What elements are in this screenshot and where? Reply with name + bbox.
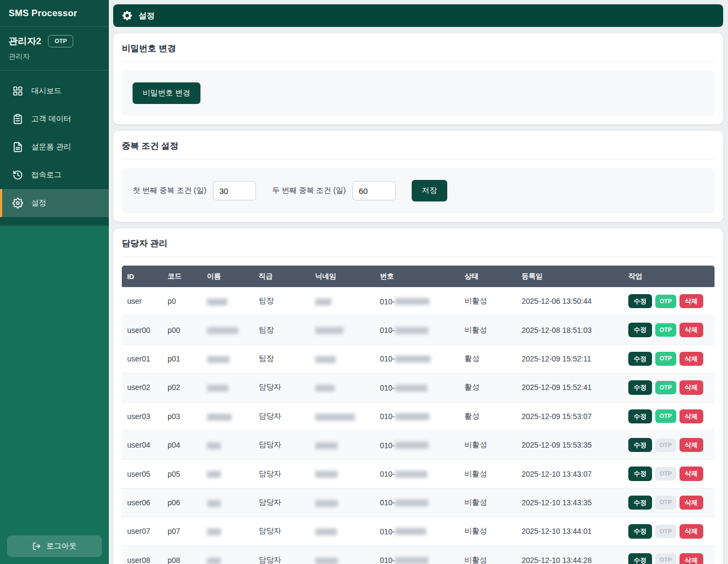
otp-button[interactable]: OTP (655, 438, 676, 452)
delete-button[interactable]: 삭제 (680, 438, 703, 452)
col-nickname: 닉네임 (310, 266, 375, 287)
second-condition-label: 두 번째 중복 조건 (일) (272, 186, 346, 196)
cell-registered: 2025-12-09 15:52:41 (516, 373, 623, 402)
table-row: user07 p07 담당자 010- 비활성 2025-12-10 13:44… (122, 517, 715, 546)
otp-button[interactable]: OTP (655, 409, 676, 423)
edit-button[interactable]: 수정 (628, 352, 652, 366)
otp-button[interactable]: OTP (655, 525, 676, 538)
edit-button[interactable]: 수정 (628, 409, 652, 423)
edit-button[interactable]: 수정 (628, 466, 652, 481)
duplicate-panel: 첫 번째 중복 조건 (일) 두 번째 중복 조건 (일) 저장 (122, 168, 715, 213)
main-content: 설정 비밀번호 변경 비밀번호 변경 중복 조건 설정 첫 번째 중복 조건 (… (109, 0, 728, 564)
dashboard-icon (12, 86, 23, 96)
cell-name (202, 316, 253, 344)
redacted-phone (395, 356, 431, 363)
cell-nickname (310, 345, 375, 373)
redacted-name (207, 356, 230, 363)
cell-status: 활성 (459, 402, 516, 431)
cell-actions: 수정 OTP 삭제 (623, 373, 715, 402)
edit-button[interactable]: 수정 (628, 323, 652, 337)
otp-button[interactable]: OTP (655, 381, 676, 394)
otp-button[interactable]: OTP (655, 323, 676, 337)
cell-name (202, 402, 253, 431)
delete-button[interactable]: 삭제 (680, 352, 703, 366)
otp-button[interactable]: OTP (655, 496, 676, 509)
cell-phone: 010- (375, 316, 459, 344)
delete-button[interactable]: 삭제 (680, 380, 703, 394)
cell-status: 비활성 (459, 431, 516, 459)
delete-button[interactable]: 삭제 (680, 524, 703, 538)
delete-button[interactable]: 삭제 (680, 323, 703, 337)
col-actions: 작업 (623, 266, 715, 287)
sidebar-item-settings[interactable]: 설정 (0, 189, 109, 217)
cell-phone: 010- (375, 459, 459, 488)
cell-id: user07 (122, 517, 162, 546)
cell-code: p0 (162, 287, 202, 316)
sidebar-item-survey-form[interactable]: 설문폼 관리 (0, 133, 109, 161)
cell-id: user02 (122, 373, 162, 402)
logout-icon (32, 542, 41, 551)
edit-button[interactable]: 수정 (628, 524, 652, 538)
delete-button[interactable]: 삭제 (680, 409, 703, 423)
sidebar-item-label: 대시보드 (31, 86, 61, 96)
cell-nickname (310, 316, 375, 344)
sidebar-item-customer-data[interactable]: 고객 데이터 (0, 105, 109, 133)
cell-status: 비활성 (459, 287, 516, 316)
sidebar-item-access-log[interactable]: 접속로그 (0, 161, 109, 189)
cell-registered: 2025-12-10 13:43:35 (516, 489, 623, 517)
edit-button[interactable]: 수정 (628, 294, 652, 308)
delete-button[interactable]: 삭제 (680, 466, 703, 481)
sidebar-item-dashboard[interactable]: 대시보드 (0, 77, 109, 105)
col-registered: 등록일 (516, 266, 623, 287)
edit-button[interactable]: 수정 (628, 438, 652, 452)
delete-button[interactable]: 삭제 (680, 496, 703, 510)
otp-button[interactable]: OTP (655, 352, 676, 365)
change-password-button[interactable]: 비밀번호 변경 (133, 82, 200, 104)
otp-button[interactable]: OTP (655, 553, 676, 564)
phone-prefix: 010- (380, 441, 395, 450)
redacted-phone (395, 298, 429, 305)
cell-actions: 수정 OTP 삭제 (623, 402, 715, 431)
redacted-nickname (315, 414, 355, 421)
redacted-phone (395, 528, 426, 535)
redacted-nickname (315, 558, 338, 564)
cell-id: user08 (122, 546, 162, 564)
cell-id: user (122, 287, 162, 316)
redacted-name (207, 327, 238, 334)
cell-actions: 수정 OTP 삭제 (623, 489, 715, 517)
cell-code: p05 (162, 459, 202, 488)
delete-button[interactable]: 삭제 (680, 294, 703, 308)
redacted-name (207, 298, 227, 305)
second-condition-input[interactable] (352, 181, 396, 200)
logout-button[interactable]: 로그아웃 (7, 535, 102, 557)
cell-name (202, 546, 253, 564)
cell-position: 담당자 (253, 517, 310, 546)
user-info: 관리자2 OTP 관리자 (0, 27, 109, 71)
cell-actions: 수정 OTP 삭제 (623, 345, 715, 373)
edit-button[interactable]: 수정 (628, 380, 652, 394)
cell-phone: 010- (375, 402, 459, 431)
redacted-name (207, 500, 221, 507)
table-row: user p0 팀장 010- 비활성 2025-12-06 13:50:44 … (122, 287, 715, 316)
cell-actions: 수정 OTP 삭제 (623, 546, 715, 564)
redacted-phone (395, 471, 427, 478)
logout-label: 로그아웃 (46, 541, 77, 551)
sidebar-item-label: 설문폼 관리 (31, 142, 71, 152)
save-button[interactable]: 저장 (412, 180, 447, 201)
redacted-phone (395, 442, 428, 449)
otp-button[interactable]: OTP (655, 295, 676, 308)
cell-registered: 2025-12-10 13:44:28 (516, 546, 623, 564)
cell-phone: 010- (375, 373, 459, 402)
first-condition-input[interactable] (213, 181, 256, 200)
cell-position: 팀장 (253, 287, 310, 316)
delete-button[interactable]: 삭제 (680, 553, 703, 564)
edit-button[interactable]: 수정 (628, 553, 652, 564)
table-row: user03 p03 담당자 010- 활성 2025-12-09 15:53:… (122, 402, 715, 431)
redacted-phone (395, 499, 428, 506)
cell-phone: 010- (375, 287, 459, 316)
cell-status: 비활성 (459, 517, 516, 546)
cell-status: 비활성 (459, 459, 516, 488)
otp-button[interactable]: OTP (655, 467, 676, 481)
edit-button[interactable]: 수정 (628, 496, 652, 510)
phone-prefix: 010- (380, 297, 395, 306)
